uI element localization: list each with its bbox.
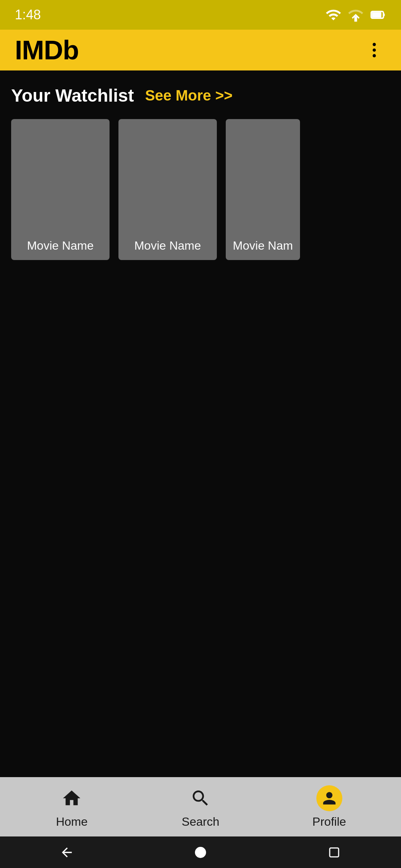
status-icons [325,7,386,23]
home-icon [59,785,85,811]
nav-item-home[interactable]: Home [7,779,136,835]
status-time: 1:48 [15,7,41,23]
section-header: Your Watchlist See More >> [11,85,390,106]
svg-point-5 [373,49,376,52]
signal-icon [348,7,364,23]
search-icon [188,785,213,811]
nav-item-profile[interactable]: Profile [265,779,394,835]
movie-card[interactable]: Movie Name [11,119,110,260]
watchlist-title: Your Watchlist [11,85,134,106]
nav-item-search[interactable]: Search [136,779,265,835]
svg-point-4 [373,43,376,46]
nav-label-profile: Profile [312,815,346,829]
back-button[interactable] [56,841,78,864]
svg-point-7 [195,847,206,858]
svg-rect-2 [384,13,385,16]
nav-label-search: Search [182,815,219,829]
svg-rect-0 [354,16,357,22]
nav-label-home: Home [56,815,88,829]
movie-list: Movie Name Movie Name Movie Nam [11,119,390,260]
profile-icon-circle [316,785,342,811]
recents-button[interactable] [323,841,345,864]
movie-name-2: Movie Name [118,239,217,253]
main-content: Your Watchlist See More >> Movie Name Mo… [0,70,401,275]
svg-point-6 [373,54,376,57]
more-vert-icon [365,40,384,60]
see-more-link[interactable]: See More >> [145,87,233,104]
movie-name-1: Movie Name [11,239,110,253]
movie-card[interactable]: Movie Name [118,119,217,260]
wifi-icon [325,7,342,23]
movie-card[interactable]: Movie Nam [226,119,300,260]
app-title: IMDb [15,35,79,65]
battery-icon [370,7,386,23]
svg-rect-3 [372,12,382,18]
system-nav-bar [0,836,401,868]
status-bar: 1:48 [0,0,401,30]
more-options-button[interactable] [362,38,386,62]
app-bar: IMDb [0,30,401,70]
movie-name-3: Movie Nam [226,239,300,253]
home-button[interactable] [189,841,212,864]
svg-rect-8 [330,848,339,857]
bottom-nav: Home Search Profile [0,777,401,836]
